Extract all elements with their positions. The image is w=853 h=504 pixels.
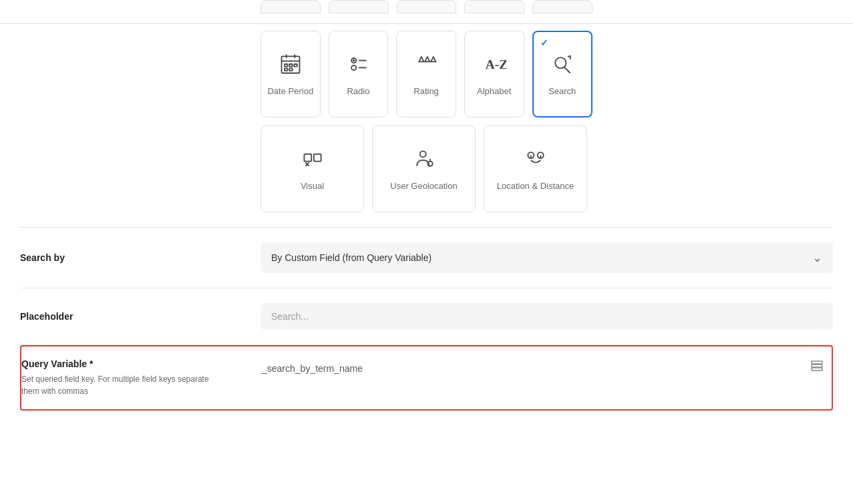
- placeholder-input[interactable]: Search...: [261, 303, 833, 330]
- query-variable-right: _search_by_term_name: [262, 358, 832, 378]
- selected-check-icon: ✓: [540, 37, 548, 48]
- partial-card-2: [329, 0, 389, 13]
- filter-card-user-geolocation[interactable]: User Geolocation: [372, 125, 476, 212]
- filter-card-alphabet[interactable]: A-Z Alphabet: [464, 31, 524, 117]
- svg-text:A-Z: A-Z: [485, 57, 506, 71]
- location-distance-label: Location & Distance: [497, 181, 574, 191]
- query-variable-row: Query Variable * Set queried field key. …: [20, 345, 833, 411]
- svg-rect-31: [812, 368, 822, 370]
- search-by-value: By Custom Field (from Query Variable): [271, 252, 432, 263]
- partial-card-4: [464, 0, 524, 13]
- placeholder-control: Search...: [261, 303, 833, 330]
- partial-card-5: [532, 0, 592, 13]
- radio-label: Radio: [347, 86, 369, 96]
- svg-rect-23: [313, 154, 321, 162]
- svg-rect-5: [289, 64, 293, 67]
- user-geolocation-icon: [412, 147, 436, 174]
- filter-card-visual[interactable]: Visual: [261, 125, 364, 212]
- alphabet-label: Alphabet: [477, 86, 511, 96]
- partial-card-3: [397, 0, 457, 13]
- svg-rect-32: [812, 364, 822, 367]
- partial-card-1: [261, 0, 321, 13]
- visual-label: Visual: [301, 181, 324, 191]
- top-partial-cards: [0, 0, 853, 24]
- filter-card-search[interactable]: ✓ Search: [532, 31, 592, 117]
- query-variable-left: Query Variable * Set queried field key. …: [21, 358, 262, 397]
- filter-card-location-distance[interactable]: Location & Distance: [484, 125, 587, 212]
- query-variable-title: Query Variable *: [21, 358, 262, 369]
- search-by-row: Search by By Custom Field (from Query Va…: [20, 228, 833, 288]
- page-container: Date Period Radio: [0, 0, 853, 504]
- svg-rect-8: [294, 64, 297, 67]
- rating-label: Rating: [413, 86, 439, 96]
- search-by-label: Search by: [20, 252, 261, 263]
- search-by-dropdown[interactable]: By Custom Field (from Query Variable) ⌄: [261, 242, 833, 273]
- svg-rect-4: [285, 64, 288, 67]
- search-label: Search: [548, 86, 576, 96]
- location-distance-icon: [524, 147, 548, 174]
- date-period-icon: [279, 52, 303, 79]
- search-by-control[interactable]: By Custom Field (from Query Variable) ⌄: [261, 242, 833, 273]
- query-variable-description: Set queried field key. For multiple fiel…: [21, 373, 228, 397]
- svg-rect-33: [812, 361, 822, 364]
- placeholder-label: Placeholder: [20, 311, 261, 322]
- svg-point-18: [555, 57, 566, 68]
- svg-line-19: [564, 67, 570, 73]
- filter-card-rating[interactable]: Rating: [396, 31, 456, 117]
- svg-rect-7: [289, 68, 293, 71]
- svg-rect-6: [285, 68, 288, 71]
- filter-card-date-period[interactable]: Date Period: [261, 31, 321, 117]
- svg-rect-22: [304, 154, 311, 162]
- filter-cards-section: Date Period Radio: [0, 24, 853, 227]
- svg-marker-16: [431, 57, 436, 61]
- visual-icon: [301, 147, 325, 174]
- search-icon: [550, 52, 574, 79]
- form-section: Search by By Custom Field (from Query Va…: [0, 228, 853, 345]
- filter-cards-row1: Date Period Radio: [261, 31, 592, 117]
- filter-cards-row2: Visual User Geolocation: [261, 125, 592, 212]
- placeholder-row: Placeholder Search...: [20, 288, 833, 345]
- svg-marker-15: [425, 57, 430, 61]
- radio-icon: [346, 52, 370, 79]
- dropdown-arrow-icon: ⌄: [812, 250, 822, 265]
- stack-icon[interactable]: [809, 358, 825, 378]
- svg-marker-14: [419, 57, 423, 61]
- date-period-label: Date Period: [267, 86, 313, 96]
- svg-point-26: [419, 151, 425, 157]
- filter-card-radio[interactable]: Radio: [329, 31, 389, 117]
- svg-point-10: [353, 59, 355, 62]
- alphabet-icon: A-Z: [482, 52, 506, 79]
- rating-icon: [414, 52, 438, 79]
- svg-point-12: [352, 65, 357, 70]
- user-geolocation-label: User Geolocation: [390, 181, 457, 191]
- query-variable-value[interactable]: _search_by_term_name: [262, 363, 363, 374]
